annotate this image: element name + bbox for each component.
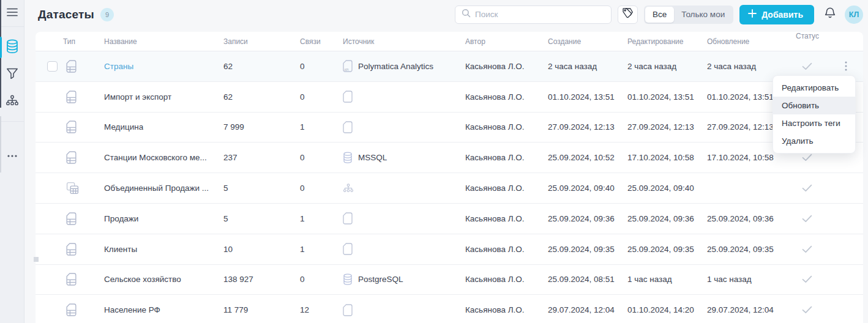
dataset-name-label[interactable]: Клиенты — [104, 245, 137, 254]
hierarchy-icon — [343, 184, 354, 193]
table-row[interactable]: Клиенты101Касьянова Л.О.25.09.2024, 09:3… — [36, 234, 863, 265]
status-cell — [787, 173, 863, 203]
search-box[interactable] — [455, 6, 612, 24]
table-file-icon — [66, 121, 77, 133]
edited-cell: 27.09.2024, 12:13 — [627, 122, 707, 132]
tags-filter-button[interactable] — [618, 6, 638, 24]
row-checkbox[interactable] — [47, 61, 58, 72]
combined-table-icon — [66, 182, 79, 195]
dataset-name-label[interactable]: Станции Московского ме... — [104, 153, 207, 162]
search-input[interactable] — [475, 10, 605, 19]
created-cell: 25.09.2024, 10:52 — [548, 153, 627, 162]
name-cell: Медицина — [104, 122, 223, 132]
source-name-label: PostgreSQL — [358, 275, 403, 284]
records-cell: 5 — [223, 184, 300, 193]
col-header-created[interactable]: Создание — [548, 37, 627, 46]
col-header-edited[interactable]: Редактирование — [627, 37, 707, 46]
dataset-name-label[interactable]: Объединенный Продажи ... — [104, 184, 209, 193]
col-header-links[interactable]: Связи — [300, 37, 343, 46]
col-header-records[interactable]: Записи — [223, 37, 300, 46]
source-cell — [343, 91, 465, 103]
type-cell — [36, 212, 104, 225]
name-cell: Страны — [104, 62, 223, 71]
created-cell: 29.07.2024, 12:04 — [548, 305, 627, 314]
context-menu-item-delete[interactable]: Удалить — [773, 132, 855, 150]
created-cell: 27.09.2024, 12:13 — [548, 122, 627, 132]
dataset-name-link[interactable]: Страны — [104, 62, 133, 71]
kebab-icon — [845, 61, 847, 71]
updated-cell: 2 часа назад — [707, 62, 787, 71]
author-cell: Касьянова Л.О. — [465, 184, 548, 193]
row-menu-button[interactable] — [841, 59, 851, 73]
context-menu-item-refresh[interactable]: Обновить — [773, 97, 855, 114]
sidebar-menu-button[interactable] — [0, 0, 24, 27]
updated-cell: 29.07.2024, 12:04 — [707, 305, 787, 314]
context-menu-item-edit[interactable]: Редактировать — [773, 79, 855, 97]
source-cell — [343, 121, 465, 133]
dataset-name-label[interactable]: Медицина — [104, 122, 143, 132]
table-row[interactable]: Сельское хозяйство138 9270PostgreSQLКась… — [36, 265, 863, 295]
table-header-row: Тип Название Записи Связи Источник Автор… — [36, 32, 863, 51]
col-header-name[interactable]: Название — [104, 37, 223, 46]
context-menu-item-tags[interactable]: Настроить теги — [773, 114, 855, 132]
table-row[interactable]: Станции Московского ме...2370MSSQLКасьян… — [36, 143, 863, 173]
table-row[interactable]: Страны620APIPolymatica AnalyticsКасьянов… — [36, 51, 863, 82]
hierarchy-tree-icon — [6, 95, 19, 109]
edited-cell: 2 часа назад — [627, 62, 707, 71]
check-icon — [802, 306, 812, 314]
edited-cell: 17.10.2024, 10:58 — [627, 153, 707, 162]
table-file-icon — [66, 60, 77, 73]
add-button[interactable]: Добавить — [739, 5, 814, 24]
records-cell: 62 — [223, 62, 300, 71]
toggle-all[interactable]: Все — [645, 7, 674, 23]
sidebar-item-more[interactable] — [0, 141, 24, 168]
edited-cell: 01.10.2024, 14:20 — [627, 305, 707, 314]
sidebar-item-hierarchy[interactable] — [0, 88, 24, 115]
sidebar-item-datasets[interactable] — [0, 34, 24, 61]
col-header-author[interactable]: Автор — [465, 37, 548, 46]
svg-text:API: API — [344, 69, 348, 72]
page-title: Датасеты — [38, 8, 94, 21]
col-header-type[interactable]: Тип — [36, 37, 104, 46]
check-icon — [802, 154, 812, 162]
dataset-name-label[interactable]: Население РФ — [104, 305, 160, 314]
app-window: Датасеты 9 Все Только мои Добавить — [0, 0, 868, 323]
user-avatar[interactable]: КЛ — [845, 6, 863, 24]
status-cell — [787, 265, 863, 295]
table-file-icon — [66, 91, 77, 103]
author-cell: Касьянова Л.О. — [465, 62, 548, 71]
sidebar-item-filters[interactable] — [0, 61, 24, 88]
file-icon — [343, 243, 353, 255]
datasets-database-icon — [6, 39, 19, 56]
dataset-name-label[interactable]: Импорт и экспорт — [104, 92, 171, 102]
topbar: Датасеты 9 Все Только мои Добавить — [24, 0, 868, 29]
sidebar-nav-group — [0, 27, 24, 122]
source-cell — [343, 304, 465, 316]
dataset-name-label[interactable]: Сельское хозяйство — [104, 275, 181, 284]
table-row[interactable]: Объединенный Продажи ...50Касьянова Л.О.… — [36, 173, 863, 204]
table-row[interactable]: Медицина7 9991Касьянова Л.О.27.09.2024, … — [36, 113, 863, 143]
table-row[interactable]: Население РФ11 77912Касьянова Л.О.29.07.… — [36, 295, 863, 323]
created-cell: 25.09.2024, 08:51 — [548, 275, 627, 284]
records-cell: 237 — [223, 153, 300, 162]
records-cell: 62 — [223, 92, 300, 102]
table-row[interactable]: Импорт и экспорт620Касьянова Л.О.01.10.2… — [36, 82, 863, 113]
more-dots-icon — [7, 149, 18, 160]
table-row[interactable]: Продажи51Касьянова Л.О.25.09.2024, 09:36… — [36, 204, 863, 234]
links-cell: 0 — [300, 92, 343, 102]
dataset-name-label[interactable]: Продажи — [104, 214, 138, 223]
col-header-source[interactable]: Источник — [343, 37, 465, 46]
author-cell: Касьянова Л.О. — [465, 153, 548, 162]
col-header-status[interactable]: Статус — [787, 32, 863, 51]
name-cell: Импорт и экспорт — [104, 92, 223, 102]
links-cell: 0 — [300, 62, 343, 71]
author-cell: Касьянова Л.О. — [465, 92, 548, 102]
toggle-only-mine[interactable]: Только мои — [674, 7, 732, 23]
file-icon — [343, 212, 353, 225]
check-icon — [802, 245, 812, 253]
content-scroll-chip — [34, 257, 39, 262]
table-body: Страны620APIPolymatica AnalyticsКасьянов… — [36, 51, 863, 323]
notifications-button[interactable] — [823, 7, 837, 22]
type-cell — [36, 151, 104, 164]
col-header-updated[interactable]: Обновление — [707, 37, 787, 46]
